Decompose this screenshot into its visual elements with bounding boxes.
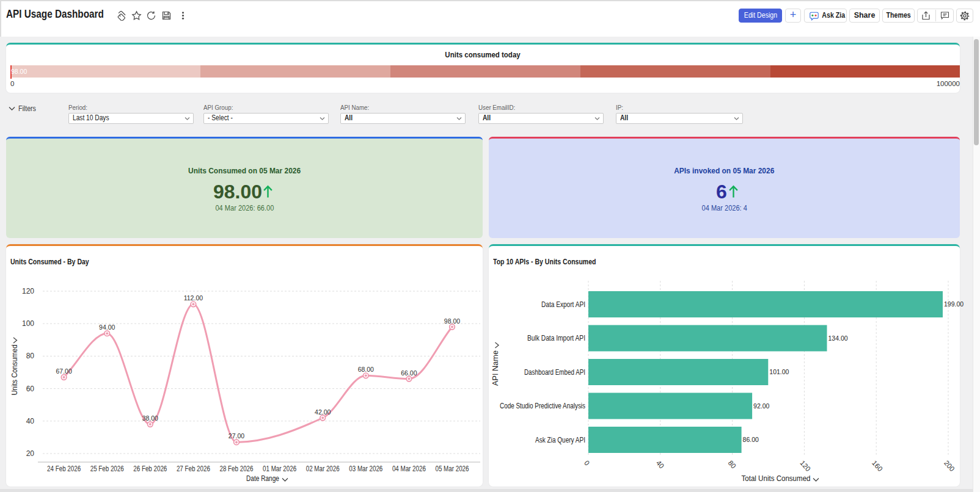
svg-text:80: 80 <box>26 352 35 360</box>
svg-text:0: 0 <box>583 459 591 467</box>
svg-text:Units Consumed: Units Consumed <box>10 345 19 396</box>
svg-text:40: 40 <box>655 459 665 470</box>
svg-text:160: 160 <box>871 459 884 472</box>
svg-text:101.00: 101.00 <box>769 368 789 375</box>
svg-text:20: 20 <box>26 449 35 458</box>
svg-text:38.00: 38.00 <box>142 414 158 422</box>
svg-text:120: 120 <box>22 287 34 295</box>
svg-text:27 Feb 2026: 27 Feb 2026 <box>177 465 210 473</box>
svg-text:199.00: 199.00 <box>944 300 964 308</box>
svg-text:API Name: API Name <box>491 350 500 386</box>
svg-text:86.00: 86.00 <box>743 436 759 443</box>
svg-text:40: 40 <box>26 417 35 425</box>
svg-text:Bulk Data Import API: Bulk Data Import API <box>527 334 585 342</box>
svg-text:67.00: 67.00 <box>56 367 71 375</box>
svg-text:42.00: 42.00 <box>315 408 331 416</box>
svg-text:66.00: 66.00 <box>401 369 417 377</box>
svg-text:Ask Zia Query API: Ask Zia Query API <box>535 436 585 444</box>
svg-text:Data Export API: Data Export API <box>541 300 585 309</box>
svg-text:92.00: 92.00 <box>753 402 769 410</box>
svg-text:98.00: 98.00 <box>444 317 460 325</box>
svg-text:26 Feb 2026: 26 Feb 2026 <box>133 465 167 473</box>
svg-text:04 Mar 2026: 04 Mar 2026 <box>392 465 426 473</box>
svg-text:Code Studio Predictive Analysi: Code Studio Predictive Analysis <box>500 402 585 410</box>
svg-text:05 Mar 2026: 05 Mar 2026 <box>436 465 469 473</box>
svg-text:Date Range: Date Range <box>246 474 279 483</box>
svg-text:02 Mar 2026: 02 Mar 2026 <box>306 465 340 473</box>
svg-text:03 Mar 2026: 03 Mar 2026 <box>349 465 382 473</box>
svg-text:60: 60 <box>26 385 35 393</box>
svg-text:68.00: 68.00 <box>358 366 374 373</box>
svg-text:134.00: 134.00 <box>828 335 848 342</box>
svg-text:01 Mar 2026: 01 Mar 2026 <box>263 465 296 473</box>
svg-text:Dashboard Embed API: Dashboard Embed API <box>524 368 585 377</box>
svg-text:112.00: 112.00 <box>184 294 203 302</box>
svg-text:80: 80 <box>727 459 737 470</box>
svg-text:200: 200 <box>943 459 956 472</box>
svg-text:27.00: 27.00 <box>229 432 244 440</box>
svg-text:Total Units Consumed: Total Units Consumed <box>742 474 811 483</box>
svg-text:94.00: 94.00 <box>99 324 115 331</box>
svg-text:100: 100 <box>22 319 34 328</box>
svg-text:120: 120 <box>799 459 812 472</box>
svg-text:28 Feb 2026: 28 Feb 2026 <box>220 465 254 473</box>
svg-text:24 Feb 2026: 24 Feb 2026 <box>47 465 81 473</box>
svg-text:25 Feb 2026: 25 Feb 2026 <box>90 465 124 473</box>
